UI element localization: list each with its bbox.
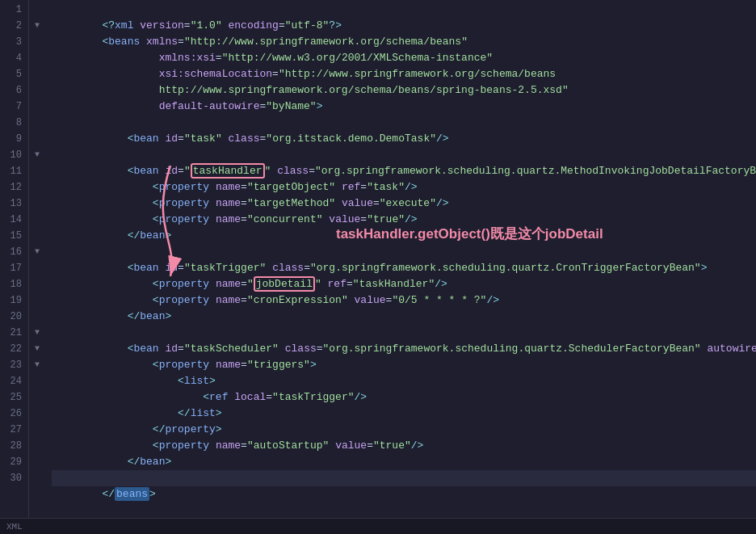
ln-10: 10 (6, 147, 22, 163)
ln-20: 20 (6, 309, 22, 325)
ln-19: 19 (6, 292, 22, 309)
code-line-4: xsi:schemaLocation="http://www.springfra… (52, 50, 756, 66)
editor: 1 2 3 4 5 6 7 8 9 10 11 12 13 14 15 16 1… (0, 0, 756, 534)
gutter-24 (29, 373, 45, 389)
gutter-13 (29, 196, 45, 212)
gutter-30 (29, 470, 45, 486)
gutter-4 (29, 50, 45, 66)
gutter-10[interactable]: ▼ (29, 147, 45, 163)
gutter-21[interactable]: ▼ (29, 325, 45, 341)
line-numbers: 1 2 3 4 5 6 7 8 9 10 11 12 13 14 15 16 1… (0, 0, 29, 518)
ln-28: 28 (6, 438, 22, 454)
ln-1: 1 (6, 2, 22, 18)
gutter-8 (29, 115, 45, 131)
gutter-25 (29, 389, 45, 406)
ln-27: 27 (6, 422, 22, 438)
ln-29: 29 (6, 454, 22, 470)
code-line-25: </list> (52, 389, 756, 406)
code-line-7 (52, 99, 756, 115)
gutter-19 (29, 292, 45, 309)
gutter-28 (29, 438, 45, 454)
gutter-3 (29, 34, 45, 50)
gutter-11 (29, 163, 45, 179)
gutter-7 (29, 99, 45, 115)
code-line-19: </bean> (52, 292, 756, 309)
ln-4: 4 (6, 50, 22, 66)
code-line-16: <bean id="taskTrigger" class="org.spring… (52, 244, 756, 260)
code-line-26: </property> (52, 406, 756, 422)
gutter-22[interactable]: ▼ (29, 341, 45, 357)
ln-24: 24 (6, 373, 22, 389)
code-line-21: <bean id="taskScheduler" class="org.spri… (52, 325, 756, 341)
code-line-13: <property name="concurrent" value="true"… (52, 196, 756, 212)
ln-25: 25 (6, 389, 22, 406)
gutter-18 (29, 276, 45, 292)
gutter-9 (29, 131, 45, 147)
ln-7: 7 (6, 99, 22, 115)
gutter-16[interactable]: ▼ (29, 244, 45, 260)
ln-21: 21 (6, 325, 22, 341)
ln-8: 8 (6, 115, 22, 131)
ln-16: 16 (6, 244, 22, 260)
ln-22: 22 (6, 341, 22, 357)
code-line-15 (52, 228, 756, 244)
code-line-20 (52, 309, 756, 325)
ln-13: 13 (6, 196, 22, 212)
ln-3: 3 (6, 34, 22, 50)
code-line-24: <ref local="taskTrigger"/> (52, 373, 756, 389)
code-line-6: default-autowire="byName"> (52, 82, 756, 99)
status-bar: XML (0, 518, 756, 534)
gutter-1 (29, 2, 45, 18)
code-line-12: <property name="targetMethod" value="exe… (52, 179, 756, 196)
gutter: ▼ ▼ ▼ ▼ ▼ ▼ (29, 0, 45, 518)
gutter-29 (29, 454, 45, 470)
ln-12: 12 (6, 179, 22, 196)
gutter-5 (29, 66, 45, 82)
gutter-26 (29, 406, 45, 422)
ln-5: 5 (6, 66, 22, 82)
ln-11: 11 (6, 163, 22, 179)
ln-18: 18 (6, 276, 22, 292)
ln-26: 26 (6, 406, 22, 422)
code-line-22: <property name="triggers"> (52, 341, 756, 357)
code-line-8: <bean id="task" class="org.itstack.demo.… (52, 115, 756, 131)
code-line-27: <property name="autoStartup" value="true… (52, 422, 756, 438)
ln-15: 15 (6, 228, 22, 244)
gutter-15 (29, 228, 45, 244)
gutter-23[interactable]: ▼ (29, 357, 45, 373)
code-line-5: http://www.springframework.org/schema/be… (52, 66, 756, 82)
gutter-14 (29, 212, 45, 228)
code-lines: <?xml version="1.0" encoding="utf-8"?> <… (45, 0, 756, 518)
ln-23: 23 (6, 357, 22, 373)
ln-30: 30 (6, 470, 22, 486)
ln-2: 2 (6, 18, 22, 34)
gutter-2[interactable]: ▼ (29, 18, 45, 34)
code-line-3: xmlns:xsi="http://www.w3.org/2001/XMLSch… (52, 34, 756, 50)
gutter-20 (29, 309, 45, 325)
gutter-27 (29, 422, 45, 438)
code-line-9 (52, 131, 756, 147)
code-line-23: <list> (52, 357, 756, 373)
code-line-17: <property name="jobDetail" ref="taskHand… (52, 260, 756, 276)
code-line-11: <property name="targetObject" ref="task"… (52, 163, 756, 179)
code-line-29 (52, 454, 756, 470)
gutter-6 (29, 82, 45, 99)
code-line-1: <?xml version="1.0" encoding="utf-8"?> (52, 2, 756, 18)
code-line-14: </bean> (52, 212, 756, 228)
gutter-17 (29, 260, 45, 276)
code-line-10: <bean id="taskHandler" class="org.spring… (52, 147, 756, 163)
ln-17: 17 (6, 260, 22, 276)
gutter-12 (29, 179, 45, 196)
code-area: 1 2 3 4 5 6 7 8 9 10 11 12 13 14 15 16 1… (0, 0, 756, 518)
code-line-30: </beans> (52, 470, 756, 486)
ln-14: 14 (6, 212, 22, 228)
ln-9: 9 (6, 131, 22, 147)
code-line-2: <beans xmlns="http://www.springframework… (52, 18, 756, 34)
code-line-18: <property name="cronExpression" value="0… (52, 276, 756, 292)
code-line-28: </bean> (52, 438, 756, 454)
ln-6: 6 (6, 82, 22, 99)
status-text: XML (6, 522, 23, 532)
